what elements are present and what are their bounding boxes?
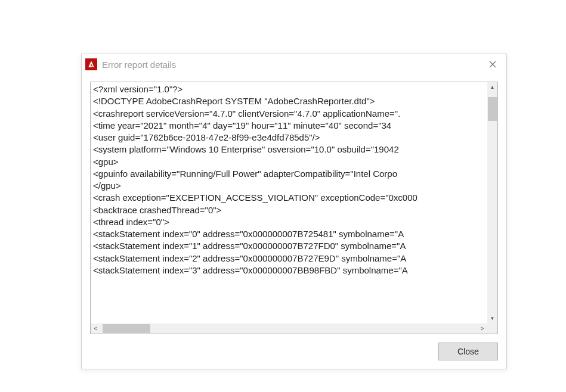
button-row: Close bbox=[90, 343, 498, 360]
scroll-down-arrow-icon[interactable]: ▼ bbox=[487, 313, 497, 323]
scroll-up-arrow-icon[interactable]: ▲ bbox=[487, 82, 497, 92]
scrollbar-corner bbox=[487, 323, 497, 334]
scroll-left-arrow-icon[interactable]: < bbox=[91, 323, 101, 334]
error-report-dialog: Error report details <?xml version="1.0"… bbox=[81, 54, 507, 369]
vertical-scrollbar[interactable]: ▲ ▼ bbox=[487, 82, 497, 323]
window-close-button[interactable] bbox=[479, 54, 506, 74]
report-content[interactable]: <?xml version="1.0"?> <!DOCTYPE AdobeCra… bbox=[91, 82, 487, 323]
titlebar: Error report details bbox=[82, 54, 506, 74]
vertical-scroll-thumb[interactable] bbox=[488, 97, 497, 121]
close-button[interactable]: Close bbox=[438, 343, 498, 360]
window-title: Error report details bbox=[102, 60, 479, 70]
scroll-right-arrow-icon[interactable]: > bbox=[477, 323, 487, 334]
horizontal-scroll-thumb[interactable] bbox=[103, 324, 150, 333]
dialog-body: <?xml version="1.0"?> <!DOCTYPE AdobeCra… bbox=[82, 74, 506, 369]
close-icon bbox=[489, 61, 496, 68]
horizontal-scrollbar[interactable]: < > bbox=[91, 323, 497, 334]
adobe-logo-icon bbox=[85, 58, 97, 70]
report-textarea[interactable]: <?xml version="1.0"?> <!DOCTYPE AdobeCra… bbox=[90, 82, 498, 334]
